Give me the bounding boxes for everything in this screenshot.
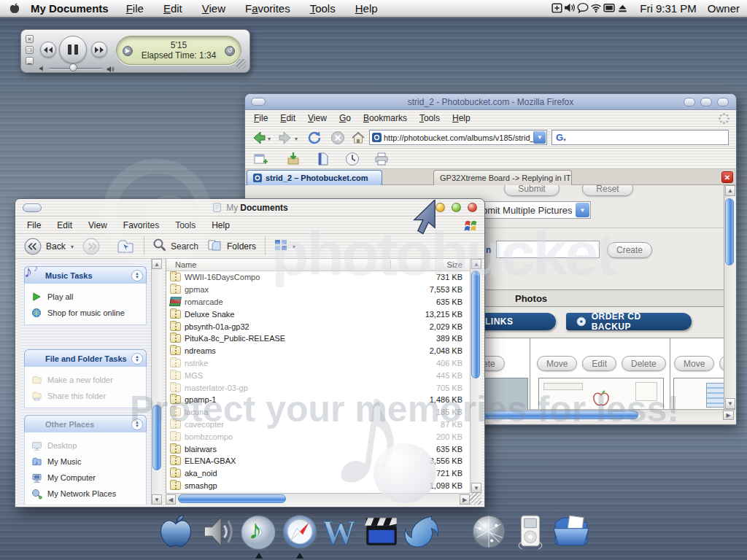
panel-toggle-button[interactable]: ▲▼ (131, 419, 143, 430)
pause-button[interactable] (59, 36, 87, 63)
menu-item-favorites[interactable]: Favorites (245, 2, 290, 15)
photo-thumbnail[interactable] (673, 378, 724, 409)
wifi-icon[interactable] (589, 1, 603, 14)
volume-knob[interactable] (69, 63, 77, 71)
file-row-pituka-8c-public-release[interactable]: PituKa-8c_Public-RELEASE389 KB (166, 332, 470, 345)
create-button[interactable]: Create (607, 242, 652, 258)
file-row-mgs[interactable]: MGS445 KB (166, 369, 470, 381)
file-row-romarcade[interactable]: romarcade635 KB (166, 296, 470, 308)
downloads-icon[interactable] (285, 151, 301, 167)
home-icon[interactable] (350, 130, 366, 146)
volume-icon[interactable] (563, 1, 576, 14)
move-photo-button[interactable]: Move (537, 356, 577, 371)
menu-item-bookmarks[interactable]: Bookmarks (363, 113, 407, 123)
panel-header-music-tasks[interactable]: ♪♪Music Tasks▲▼ (24, 266, 147, 284)
dock-icon-speaker[interactable] (198, 512, 238, 551)
explorer-resize-grip[interactable] (470, 493, 481, 505)
reload-icon[interactable] (306, 130, 322, 146)
volume-slider[interactable] (39, 66, 115, 71)
scroll-down-icon[interactable]: ▼ (152, 494, 162, 505)
explorer-minimize-button[interactable] (23, 203, 42, 212)
menu-item-go[interactable]: Go (339, 113, 351, 123)
back-label[interactable]: Back (46, 241, 66, 252)
apple-menu-icon[interactable] (9, 2, 20, 15)
panel-toggle-button[interactable]: ▲▼ (131, 270, 143, 281)
menu-item-edit[interactable]: Edit (57, 220, 72, 230)
new-tab-icon[interactable] (252, 151, 268, 167)
views-dropdown-icon[interactable]: ▾ (293, 244, 295, 250)
file-list-vertical-scrollbar[interactable]: ▲ ▼ (470, 259, 481, 493)
file-row-gpamp-1[interactable]: gpamp-11,486 KB (166, 394, 470, 406)
select-dropdown-icon[interactable]: ▼ (576, 203, 589, 217)
player-close-button[interactable]: ✕ (26, 35, 34, 43)
task-link-my-music[interactable]: ♪My Music (31, 454, 146, 470)
file-row-gpmax[interactable]: gpmax7,553 KB (166, 284, 470, 296)
panel-header-other-places[interactable]: Other Places▲▼ (24, 415, 147, 432)
plus-box-icon[interactable] (550, 1, 563, 14)
delete-photo-button[interactable]: Delete (622, 356, 666, 371)
file-row-nstrike[interactable]: nstrike406 KB (166, 357, 470, 370)
lcd-mode-icon[interactable]: ↺ (225, 46, 235, 56)
menu-item-favorites[interactable]: Favorites (123, 220, 159, 230)
url-dropdown-icon[interactable]: ▼ (533, 131, 546, 144)
size-column-header[interactable]: Size (447, 260, 462, 269)
dock-icon-network-globe[interactable] (469, 512, 508, 551)
file-row-deluxe-snake[interactable]: Deluxe Snake13,215 KB (166, 308, 470, 320)
scroll-down-icon[interactable]: ▼ (471, 483, 481, 493)
file-row-lacuna[interactable]: lacuna185 KB (166, 406, 470, 419)
dock-icon-movie-maker[interactable] (362, 512, 401, 551)
search-label[interactable]: Search (171, 241, 198, 252)
menu-item-file[interactable]: File (254, 113, 268, 123)
print-icon[interactable] (374, 151, 390, 167)
scrollbar-thumb[interactable] (482, 411, 638, 419)
stop-icon[interactable] (330, 130, 346, 146)
file-row-pbsynth-01a-gp32[interactable]: pbsynth-01a-gp322,029 KB (166, 320, 470, 332)
url-text[interactable]: http://photobucket.com/albums/v185/strid… (384, 133, 541, 142)
search-icon[interactable] (152, 238, 167, 252)
file-row-aka-noid[interactable]: aka_noid721 KB (166, 467, 470, 480)
scroll-up-icon[interactable]: ▲ (471, 259, 481, 269)
close-tab-button[interactable]: ✕ (721, 171, 733, 183)
back-dropdown-icon[interactable]: ▾ (268, 136, 271, 142)
scroll-right-icon[interactable]: ▶ (723, 411, 734, 420)
maximize-orb[interactable] (452, 203, 461, 212)
task-link-share-this-folder[interactable]: Share this folder (31, 388, 146, 404)
back-dropdown-icon[interactable]: ▾ (71, 244, 74, 250)
panel-toggle-button[interactable]: ▲▼ (131, 353, 143, 365)
menu-item-view[interactable]: View (88, 220, 107, 230)
next-track-button[interactable] (91, 42, 107, 58)
scroll-left-icon[interactable]: ◀ (166, 494, 176, 505)
file-row-blairwars[interactable]: blairwars635 KB (166, 443, 470, 455)
scrollbar-thumb[interactable] (471, 271, 480, 378)
edit-photo-button[interactable]: Edit (582, 356, 616, 371)
lcd-play-icon[interactable]: ▶ (123, 46, 133, 56)
task-link-make-a-new-folder[interactable]: Make a new folder (31, 372, 146, 388)
menu-item-edit[interactable]: Edit (280, 113, 295, 123)
player-restore-button[interactable]: ❐ (26, 46, 34, 54)
file-row-smashgp[interactable]: smashgp1,098 KB (166, 480, 470, 492)
move-photo-button[interactable]: Move (674, 356, 714, 371)
file-row-masterlator-03-gp[interactable]: masterlator-03-gp705 KB (166, 381, 470, 394)
album-name-input[interactable] (496, 241, 600, 258)
task-link-my-computer[interactable]: My Computer (31, 470, 146, 486)
previous-track-button[interactable] (40, 42, 56, 58)
scroll-right-icon[interactable]: ▶ (460, 494, 470, 505)
menu-item-tools[interactable]: Tools (175, 220, 196, 230)
scroll-down-icon[interactable]: ▼ (725, 398, 735, 409)
menu-item-edit[interactable]: Edit (163, 2, 182, 15)
photo-thumbnail[interactable] (538, 378, 664, 409)
menu-user[interactable]: Owner (708, 2, 740, 15)
dock-icon-ipod[interactable] (511, 512, 550, 551)
player-minimize-button[interactable]: ▁ (26, 57, 34, 65)
forward-button[interactable] (82, 238, 100, 255)
file-list-horizontal-scrollbar[interactable]: ◀ ▶ (166, 493, 470, 505)
menu-item-view[interactable]: View (202, 2, 225, 15)
menu-item-help[interactable]: Help (212, 220, 230, 230)
chat-icon[interactable] (576, 1, 589, 14)
firefox-tab-1[interactable]: strid_2 – Photobucket.com (247, 170, 382, 185)
task-link-my-network-places[interactable]: My Network Places (31, 486, 146, 502)
panel-header-file-and-folder-tasks[interactable]: File and Folder Tasks▲▼ (24, 349, 147, 367)
firefox-window-buttons[interactable] (684, 98, 729, 106)
search-dropdown-icon[interactable]: ▾ (563, 137, 566, 143)
task-link-play-all[interactable]: Play all (31, 289, 146, 305)
